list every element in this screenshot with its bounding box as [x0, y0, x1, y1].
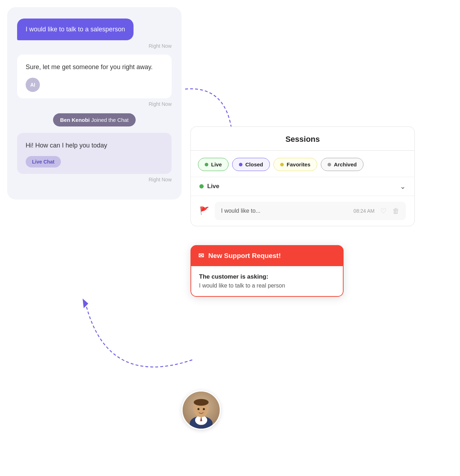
user-bubble: I would like to talk to a salesperson: [17, 19, 134, 40]
chat-panel: I would like to talk to a salesperson Ri…: [7, 7, 182, 200]
support-card-header: ✉ New Support Request!: [190, 245, 344, 266]
live-section-label: Live: [207, 183, 219, 190]
dot-archived: [328, 163, 331, 166]
customer-message: I would like to talk to a real person: [199, 283, 335, 289]
session-preview: I would like to...: [221, 208, 260, 214]
customer-label: The customer is asking:: [199, 273, 335, 280]
system-badge: Ben Kenobi Joined the Chat: [53, 113, 136, 126]
sessions-tabs[interactable]: Live Closed Favorites Archived: [191, 151, 414, 177]
tab-favorites-label: Favorites: [287, 161, 310, 167]
agent-avatar: [182, 390, 221, 430]
tab-archived-label: Archived: [334, 161, 357, 167]
livechat-badge: Live Chat: [26, 156, 61, 167]
join-text: Joined the Chat: [91, 117, 129, 123]
dot-live: [205, 163, 208, 166]
tab-closed-label: Closed: [245, 161, 263, 167]
tab-live-label: Live: [211, 161, 222, 167]
svg-point-9: [203, 408, 205, 410]
chevron-down-icon: ⌄: [400, 182, 406, 191]
tab-favorites[interactable]: Favorites: [273, 158, 317, 171]
tab-archived[interactable]: Archived: [321, 158, 364, 171]
timestamp-1: Right Now: [17, 43, 172, 49]
tab-live[interactable]: Live: [198, 158, 229, 171]
live-dot: [199, 184, 204, 188]
sessions-title: Sessions: [191, 127, 414, 151]
heart-icon[interactable]: ♡: [380, 207, 387, 215]
support-request-card: ✉ New Support Request! The customer is a…: [190, 245, 344, 297]
support-card-title: New Support Request!: [208, 252, 281, 260]
dot-closed: [239, 163, 242, 166]
svg-point-8: [198, 408, 200, 410]
agent-message-text: Hi! How can I help you today: [26, 141, 163, 150]
flag-icon: 🚩: [199, 206, 209, 216]
ai-message-wrapper: Sure, let me get someone for you right a…: [17, 55, 172, 98]
svg-point-7: [194, 399, 209, 406]
ai-avatar: AI: [26, 78, 40, 92]
system-join-message: Ben Kenobi Joined the Chat: [17, 113, 172, 126]
session-time: 08:24 AM: [354, 208, 375, 214]
support-card-body: The customer is asking: I would like to …: [190, 266, 344, 297]
tab-closed[interactable]: Closed: [232, 158, 270, 171]
dot-favorites: [280, 163, 284, 166]
ai-message-text: Sure, let me get someone for you right a…: [26, 62, 163, 72]
user-message-wrapper: I would like to talk to a salesperson: [17, 19, 172, 40]
arrow-to-chat: [28, 232, 207, 374]
live-row-left: Live: [199, 183, 219, 190]
sessions-panel: Sessions Live Closed Favorites Archived …: [190, 126, 415, 226]
join-name: Ben Kenobi: [60, 117, 90, 123]
live-section-row[interactable]: Live ⌄: [191, 177, 414, 196]
session-item-content: I would like to... 08:24 AM ♡ 🗑: [215, 202, 406, 220]
agent-message-wrapper: Hi! How can I help you today Live Chat: [17, 133, 172, 174]
session-item: 🚩 I would like to... 08:24 AM ♡ 🗑: [191, 196, 414, 226]
session-meta: 08:24 AM ♡ 🗑: [354, 207, 399, 215]
svg-marker-1: [83, 299, 88, 308]
timestamp-3: Right Now: [17, 177, 172, 182]
timestamp-2: Right Now: [17, 101, 172, 107]
trash-icon[interactable]: 🗑: [392, 207, 399, 215]
